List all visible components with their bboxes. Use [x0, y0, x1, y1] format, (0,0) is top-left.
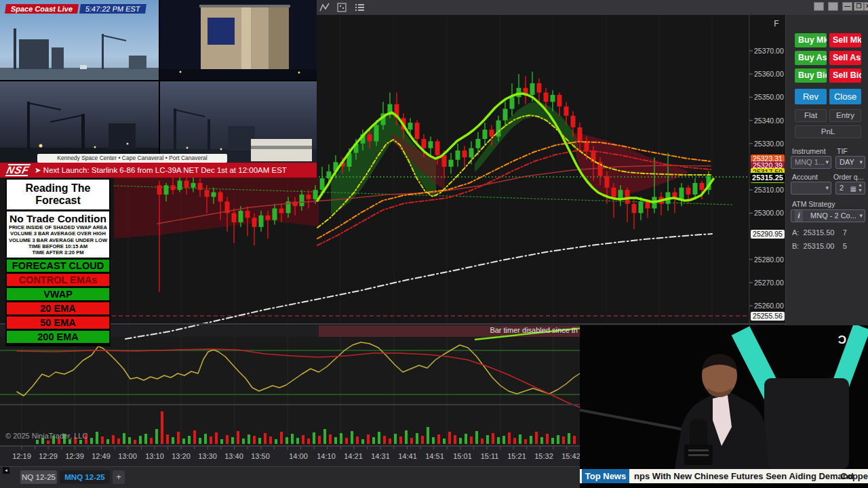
volume-bar — [161, 411, 163, 444]
candle — [374, 125, 379, 141]
volume-bar — [524, 439, 527, 444]
volume-bar — [481, 439, 484, 444]
locations-bar: Kennedy Space Center • Cape Canaveral • … — [37, 154, 227, 163]
candle — [429, 141, 433, 148]
candle — [205, 190, 210, 197]
time-tick-label: 12:49 — [87, 452, 115, 460]
order-qty-label: Order q... — [833, 173, 863, 181]
candle — [490, 129, 494, 136]
pnl-button[interactable]: PnL — [795, 125, 861, 138]
calculator-icon[interactable]: ▦ — [850, 183, 856, 195]
volume-bar — [448, 432, 451, 444]
candle — [184, 181, 189, 188]
volume-bar — [405, 430, 408, 444]
volume-bar — [302, 435, 304, 444]
candle — [218, 192, 223, 202]
news-video-player[interactable]: Ɔ Top News nps With New Chinese Futures … — [580, 325, 868, 488]
volume-bar — [307, 439, 310, 444]
spinner-icon[interactable]: ▲▼ — [858, 182, 863, 193]
add-tab-button[interactable]: + — [113, 470, 125, 484]
tab-nq-12-25[interactable]: NQ 12-25 — [20, 470, 57, 484]
live-badge: Space Coast Live — [5, 4, 79, 14]
order-qty-stepper[interactable]: 2 ▦ ▲▼ — [835, 182, 865, 195]
candle — [178, 181, 182, 190]
sell-mkt-button[interactable]: Sell Mkt — [829, 33, 861, 47]
info-icon[interactable]: i — [795, 210, 803, 222]
volume-bar — [318, 436, 321, 444]
account-select[interactable]: ▾ — [791, 182, 831, 195]
entry-button[interactable]: Entry — [829, 109, 861, 122]
price-tick-label: 25300.00 — [754, 209, 785, 217]
price-tick-label: 25260.00 — [754, 302, 785, 310]
candle — [259, 216, 264, 227]
time-tick-label: 13:10 — [141, 452, 168, 460]
time-tick-label: 13:50 — [247, 452, 274, 460]
time-tick-label: 14:31 — [367, 452, 394, 460]
tab-scroll-left-icon[interactable]: ◂ — [3, 467, 9, 474]
volume-bar — [139, 436, 142, 444]
buy-bid-button[interactable]: Buy Bid — [795, 68, 827, 83]
volume-bar — [470, 436, 473, 444]
bar-timer-note: Bar timer disabled since th — [380, 326, 578, 334]
volume-bar — [410, 438, 413, 444]
candle — [551, 95, 555, 102]
volume-bar — [416, 433, 418, 444]
buy-mkt-button[interactable]: Buy Mkt — [795, 33, 827, 47]
time-tick-label: 13:20 — [167, 452, 195, 460]
volume-bar — [264, 433, 267, 444]
volume-bar — [486, 435, 489, 444]
flat-button[interactable]: Flat — [795, 109, 827, 122]
sell-bid-button[interactable]: Sell Bid — [829, 68, 861, 83]
volume-bar — [378, 432, 380, 444]
volume-bar — [90, 438, 93, 444]
volume-bar — [226, 435, 229, 444]
volume-bar — [296, 438, 299, 444]
reverse-button[interactable]: Rev — [795, 89, 827, 104]
volume-bar — [372, 437, 375, 444]
time-tick-label: 15:21 — [503, 452, 530, 460]
volume-bar — [210, 436, 212, 444]
tif-select[interactable]: DAY▾ — [835, 156, 865, 169]
price-marker: 25290.95 — [751, 230, 785, 239]
sell-ask-button[interactable]: Sell Ask — [829, 51, 861, 65]
instrument-select[interactable]: MNQ 1...▾ — [791, 156, 831, 169]
forecast-panel-title: Reading The Forecast — [7, 180, 109, 209]
candle — [252, 218, 257, 227]
clock-badge: 5:47:22 PM EST — [79, 4, 146, 14]
volume-bar — [399, 436, 402, 444]
chevron-down-icon: ▾ — [859, 210, 863, 222]
candle — [320, 178, 325, 190]
volume-bar — [546, 434, 549, 444]
condition-title: No Trade Condition — [7, 211, 109, 224]
volume-bar — [101, 436, 104, 444]
volume-bar — [128, 437, 131, 444]
nsf-logo: NSF — [5, 164, 31, 176]
time-tick-label: 15:01 — [449, 452, 476, 460]
tif-label: TIF — [837, 147, 848, 155]
volume-bar — [356, 436, 359, 444]
price-marker: 25255.56 — [751, 312, 785, 321]
candle — [496, 121, 501, 137]
volume-bar — [269, 436, 272, 444]
volume-bar — [106, 439, 109, 444]
top-news-badge: Top News — [582, 469, 629, 483]
candle — [510, 97, 515, 108]
price-tick-label: 25360.00 — [754, 70, 785, 78]
chart-trader-panel: Buy MktSell MktBuy AskSell AskBuy BidSel… — [785, 15, 868, 325]
volume-bar — [199, 438, 201, 444]
account-label: Account — [792, 173, 818, 181]
tab-mnq-12-25[interactable]: MNQ 12-25 — [60, 470, 110, 484]
atm-strategy-select[interactable]: i MNQ - 2 Co... ▾ — [791, 209, 865, 222]
candle — [679, 188, 684, 199]
volume-bar — [155, 429, 158, 444]
current-price-marker: 25315.25 — [751, 172, 785, 183]
close-position-button[interactable]: Close — [829, 89, 861, 104]
candle — [646, 201, 650, 208]
volume-bar — [323, 429, 326, 444]
candle — [544, 93, 549, 102]
candle — [279, 209, 284, 214]
candle — [273, 209, 277, 220]
ask-quote-row: A: 25315.50 7 — [792, 228, 847, 237]
volume-bar — [188, 436, 191, 444]
buy-ask-button[interactable]: Buy Ask — [795, 51, 827, 65]
